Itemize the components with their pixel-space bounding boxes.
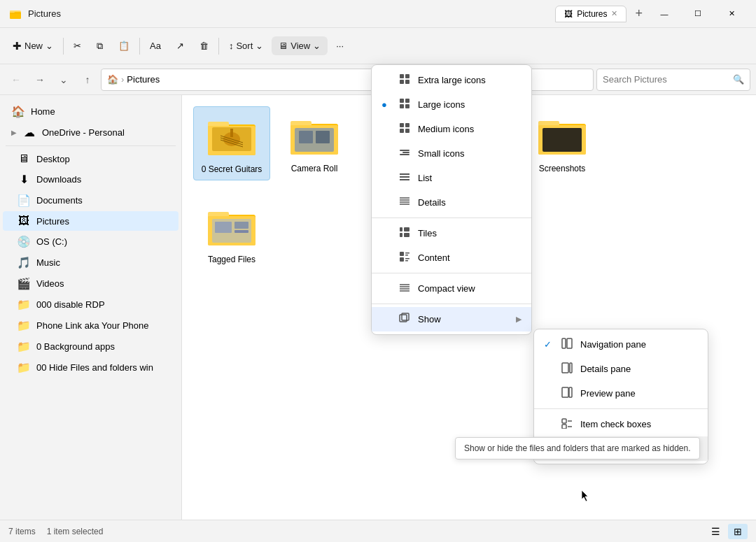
view-controls: ☰ ⊞ [706, 524, 748, 539]
compact-icon [398, 282, 411, 295]
menu-item-list[interactable]: List [372, 166, 531, 190]
window-title: Pictures [28, 8, 555, 19]
folder-item-tagged-files[interactable]: Tagged Files [193, 197, 270, 270]
menu-item-content[interactable]: Content [372, 245, 531, 270]
svg-rect-37 [400, 74, 404, 78]
sidebar-item-label: Desktop [36, 154, 155, 164]
menu-item-large[interactable]: ● Large icons [372, 92, 531, 117]
menu-item-label: Tiles [418, 228, 437, 238]
svg-rect-61 [400, 233, 402, 237]
tooltip-text: Show or hide the files and folders that … [464, 443, 691, 453]
current-tab[interactable]: 🖼 Pictures ✕ [555, 6, 626, 22]
svg-rect-8 [230, 129, 233, 137]
forward-button[interactable]: → [29, 69, 50, 90]
folder-icon: 📁 [17, 298, 31, 311]
submenu-item-nav-pane[interactable]: ✓ Navigation pane [534, 332, 708, 357]
sidebar-item-folder-phonelink[interactable]: 📁 Phone Link aka Your Phone [3, 315, 178, 336]
sidebar-item-onedrive[interactable]: ▶ ☁ OneDrive - Personal [3, 122, 178, 143]
title-bar: Pictures 🖼 Pictures ✕ + — ☐ ✕ [0, 0, 756, 28]
sidebar-item-pictures[interactable]: 🖼 Pictures 📌 [3, 211, 178, 231]
copy-button[interactable]: ⧉ [90, 36, 110, 56]
svg-rect-62 [404, 233, 410, 237]
minimize-button[interactable]: — [648, 3, 680, 25]
sort-label: Sort [236, 41, 253, 51]
folder-thumbnail-camera-roll [286, 112, 342, 161]
app-icon [8, 7, 22, 21]
sidebar-item-downloads[interactable]: ⬇ Downloads 📌 [3, 169, 178, 190]
expand-icon: ▶ [11, 129, 17, 136]
submenu-item-preview-pane[interactable]: Preview pane [534, 381, 708, 406]
svg-rect-35 [234, 222, 248, 229]
extra-large-icon [398, 73, 411, 87]
cut-button[interactable]: ✂ [66, 36, 88, 55]
folder-item-camera-roll[interactable]: Camera Roll [276, 106, 353, 180]
sidebar-item-home[interactable]: 🏠 Home [3, 101, 178, 122]
svg-rect-16 [299, 131, 313, 143]
svg-rect-38 [405, 74, 410, 78]
details-icon [398, 196, 411, 209]
svg-rect-45 [400, 123, 404, 127]
check-icon: ✓ [544, 339, 554, 350]
sidebar-item-folder-rdp[interactable]: 📁 000 disable RDP [3, 294, 178, 315]
paste-button[interactable]: 📋 [111, 36, 136, 55]
menu-item-details[interactable]: Details [372, 190, 531, 215]
sidebar-item-documents[interactable]: 📄 Documents 📌 [3, 190, 178, 211]
menu-item-label: Compact view [418, 283, 475, 294]
delete-button[interactable]: 🗑 [192, 36, 216, 55]
sidebar-item-label: Home [31, 106, 170, 117]
new-button[interactable]: ✚ New ⌄ [6, 36, 60, 57]
view-button[interactable]: 🖥 View ⌄ [272, 36, 328, 55]
menu-item-compact[interactable]: Compact view [372, 276, 531, 301]
share-button[interactable]: ↗ [169, 36, 191, 55]
list-view-button[interactable]: ☰ [706, 524, 725, 539]
submenu-item-check-boxes[interactable]: Item check boxes [534, 412, 708, 436]
tab-close-icon[interactable]: ✕ [611, 9, 617, 18]
menu-divider-3 [372, 304, 531, 304]
more-button[interactable]: ··· [329, 36, 351, 55]
search-input[interactable] [603, 74, 730, 85]
breadcrumb-current: Pictures [127, 74, 160, 85]
pictures-icon: 🖼 [17, 215, 31, 227]
new-label: New [24, 41, 43, 51]
menu-item-tiles[interactable]: Tiles [372, 221, 531, 245]
preview-pane-icon [561, 387, 573, 400]
sidebar-item-folder-bgapps[interactable]: 📁 0 Background apps [3, 336, 178, 357]
search-bar[interactable]: 🔍 [596, 69, 750, 91]
recent-locations-button[interactable]: ⌄ [53, 69, 74, 90]
share-icon: ↗ [176, 41, 184, 51]
back-button[interactable]: ← [6, 69, 27, 90]
home-icon: 🏠 [11, 105, 25, 118]
svg-rect-64 [405, 252, 410, 254]
menu-item-extra-large[interactable]: Extra large icons [372, 68, 531, 92]
close-button[interactable]: ✕ [715, 3, 748, 25]
sort-button[interactable]: ↕ Sort ⌄ [222, 36, 270, 55]
svg-rect-60 [404, 227, 410, 231]
menu-divider-2 [372, 273, 531, 273]
svg-rect-82 [562, 425, 566, 429]
sidebar-item-desktop[interactable]: 🖥 Desktop 📌 [3, 149, 178, 169]
up-button[interactable]: ↑ [77, 69, 98, 90]
svg-rect-77 [562, 363, 568, 373]
sidebar-item-videos[interactable]: 🎬 Videos 📌 [3, 273, 178, 294]
folder-item-screenshots[interactable]: Screenshots [524, 106, 601, 180]
menu-item-medium[interactable]: Medium icons [372, 117, 531, 141]
menu-item-show[interactable]: Show ▶ [372, 307, 531, 331]
sidebar-item-label: 0 Background apps [36, 341, 170, 352]
small-icon [398, 147, 411, 160]
folder-name-tagged-files: Tagged Files [208, 255, 255, 264]
paste-icon: 📋 [118, 41, 130, 51]
grid-view-button[interactable]: ⊞ [728, 524, 748, 539]
rename-button[interactable]: Aa [143, 36, 168, 55]
search-icon: 🔍 [733, 74, 744, 85]
folder-item-secret-guitars[interactable]: 0 Secret Guitars [193, 106, 270, 180]
sidebar-item-osc[interactable]: 💿 OS (C:) 📌 [3, 231, 178, 252]
new-tab-button[interactable]: + [629, 3, 648, 24]
menu-item-small[interactable]: Small icons [372, 141, 531, 166]
submenu-item-details-pane[interactable]: Details pane [534, 357, 708, 381]
downloads-icon: ⬇ [17, 173, 31, 186]
svg-rect-41 [400, 99, 404, 103]
sidebar-item-music[interactable]: 🎵 Music 📌 [3, 252, 178, 273]
sidebar-item-folder-hidefiles[interactable]: 📁 00 Hide Files and folders win [3, 357, 178, 378]
menu-item-label: List [418, 173, 432, 183]
maximize-button[interactable]: ☐ [682, 3, 714, 25]
